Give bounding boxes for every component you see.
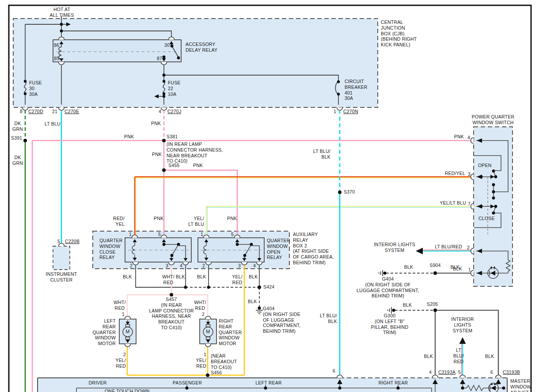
c3193a-pin: 4 [429, 369, 432, 375]
splice-s370 [338, 190, 342, 194]
wiring-diagram-page: HOT AT ALL TIMES CENTRAL JUNCTION BOX (C… [0, 0, 539, 392]
ground-label-g300: G300 (ON LEFT ''B" PILLAR, BEHIND TRIM) [371, 313, 409, 335]
splice-s391 [23, 139, 27, 142]
wire-label-red-yel-v: RED/ YEL [113, 216, 125, 227]
splice-label-s391: S391 [11, 135, 22, 141]
bottom-section-driver: DRIVER [89, 380, 107, 386]
left-motor-m: M [125, 329, 129, 335]
left-motor-label: LEFT REAR QUARTER WINDOW MOTOR [92, 318, 116, 346]
one-touch-down-label: ONE TOUCH DOWN [105, 388, 150, 392]
wire-label-blk-g404b-2: BLK [451, 264, 459, 270]
wire-label-pnk-h: PNK [124, 134, 134, 140]
wire-label-blk-p4: BLK [424, 354, 433, 359]
interior-lights-system-top: INTERIOR LIGHTS SYSTEM [374, 242, 415, 253]
wire-label-wht-red-c3: WHT/ RED [162, 274, 175, 285]
wire-label-blk-s424: BLK [248, 299, 257, 304]
close-pin-3: 3 [166, 263, 168, 269]
open-pin-2: 2 [202, 263, 205, 269]
splice-s424 [258, 285, 261, 289]
splice-s904 [433, 271, 437, 275]
bottom-section-left-rear: LEFT REAR [255, 380, 281, 386]
relay-pin-86: 86 [54, 42, 59, 48]
relay-pin-87: 87 [157, 56, 162, 61]
splice-label-s381: S381 [167, 134, 178, 140]
open-relay-label: QUARTER WINDOW OPEN RELAY [267, 238, 290, 260]
switch-pin-2: 2 [467, 245, 470, 251]
wire-label-ltblu-blk-1: LT BLU/ BLK [313, 148, 330, 160]
bottom-pin-6-ltblu: 6 [333, 368, 335, 374]
wire-label-lt-blu: LT BLU [45, 121, 61, 127]
s456-note: (NEAR BREAKOUT TO C410) S456 [211, 353, 237, 376]
open-pin-4: 4 [253, 263, 256, 269]
wire-label-blk-c2: BLK [123, 274, 132, 280]
c220b-pin: 5 [57, 239, 60, 244]
wire-label-pnk-switch: PNK [454, 134, 464, 140]
switch-close-label: CLOSE [478, 216, 495, 221]
connector-c3193b: C3193B [503, 369, 520, 375]
s381-note: (IN REAR LAMP CONNECTOR HARNESS, NEAR BR… [167, 141, 223, 164]
wire-label-ltblu-red-switch: LT BLU/RED [435, 244, 462, 250]
fuse-22-label: FUSE 22 10A [168, 80, 181, 97]
wire-label-blk-c4: BLK [176, 274, 185, 280]
fuse-30-label: FUSE 30 30A [29, 80, 42, 97]
connector-c270n: C270N [343, 109, 358, 114]
switch-pin-3: 3 [468, 171, 471, 177]
splice-s456 [206, 373, 209, 377]
wire-label-wht-red-left: WHT/ RED [114, 300, 126, 311]
switch-open-label: OPEN [478, 163, 492, 168]
close-pin-2: 2 [130, 263, 133, 269]
component-boxes [13, 19, 512, 392]
connector-c3193a: C3193A [438, 369, 455, 375]
c270d-pin: 8 [20, 109, 23, 114]
c270e-pin: 21 [52, 109, 57, 114]
splice-s455 [162, 168, 166, 172]
central-junction-box [13, 19, 378, 107]
splice-label-s455: S455 [168, 163, 179, 168]
right-motor-m: M [206, 329, 210, 335]
wire-label-ltblu-blk-2: LT BLU/ BLK [320, 313, 337, 324]
accessory-delay-relay-label: ACCESSORY DELAY RELAY [186, 42, 217, 53]
wire-label-dk-grn-1: DK GRN [12, 121, 23, 132]
wire-label-yel-red-o3: YEL/ RED [232, 274, 243, 285]
wire-label-yel-ltblu-v: YEL/ LT BLU [188, 216, 204, 227]
c270j-pin: 4 [159, 109, 161, 114]
wire-label-red-yel-switch: RED/YEL [445, 171, 465, 176]
splice-label-s370: S370 [344, 189, 355, 195]
wire-label-yel-ltblu-switch: YEL/LT BLU [440, 200, 466, 206]
instrument-cluster-label: INSTRUMENT CLUSTER [46, 271, 77, 283]
wire-label-pnk-branch: PNK [193, 163, 203, 168]
wire-label-yel-red-left: 2 YEL/ RED [115, 352, 126, 369]
wire-label-blk-p6: BLK [485, 354, 494, 359]
open-pin-5: 5 [231, 232, 234, 237]
open-pin-1: 1 [201, 232, 203, 237]
wire-label-dk-grn-2: DK GRN [12, 155, 23, 166]
splice-s457 [170, 293, 173, 297]
ground-label-g404b: G404 (ON RIGHT SIDE OF LUGGAGE COMPARTME… [357, 276, 419, 299]
aux-relay-box-label: AUXILIARY RELAY BOX 2 (AT RIGHT SIDE OF … [293, 232, 334, 266]
relay-pin-30: 30 [164, 42, 170, 48]
bottom-section-right-rear: RIGHT REAR [379, 380, 408, 386]
switch-pin-4: 4 [467, 135, 470, 141]
c270n-pin: 1 [334, 109, 336, 114]
splice-label-s205: S205 [427, 301, 438, 307]
wire-label-pnk-close: PNK [154, 216, 163, 221]
circuit-breaker-label: CIRCUIT BREAKER 401 30A [345, 79, 368, 101]
wire-label-blk-o2: BLK [197, 274, 206, 280]
connector-c270d: C270D [28, 109, 43, 114]
cjb-label: CENTRAL JUNCTION BOX (CJB) (BEHIND RIGHT… [381, 19, 417, 48]
close-pin-1: 1 [129, 232, 132, 237]
open-pin-3: 3 [238, 263, 241, 269]
bottom-pin-5: 5 [458, 369, 461, 375]
wire-label-pnk-mid: PNK [152, 152, 162, 157]
interior-lights-system-bottom: INTERIOR LIGHTS SYSTEM [451, 316, 474, 333]
wire-label-blk-g404b-1: BLK [404, 264, 413, 270]
master-window-adjust-label: MASTER WINDOW ADJUST [510, 378, 531, 392]
relay-pin-85: 85 [54, 56, 59, 61]
close-pin-5: 5 [158, 232, 161, 237]
connector-c220b: C220B [65, 239, 80, 244]
splice-s205 [433, 308, 437, 312]
bottom-section-passenger: PASSENGER [173, 380, 202, 386]
wire-label-pnk-open: PNK [227, 216, 237, 221]
wire-label-ltblu-red-v: LT BLU/ RED [453, 347, 464, 364]
wire-label-yel-red-right: 1 YEL/ RED [196, 352, 206, 369]
